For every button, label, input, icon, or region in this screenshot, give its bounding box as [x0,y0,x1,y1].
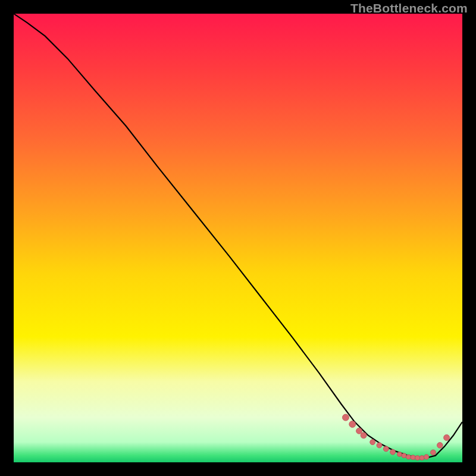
marker-dot [444,435,450,441]
marker-dot [437,443,443,449]
marker-dot [370,440,375,445]
watermark-text: TheBottleneck.com [350,1,468,15]
chart-stage: TheBottleneck.com [0,0,476,476]
marker-dot [411,455,415,460]
marker-dot [383,446,389,452]
marker-dot [424,455,428,459]
marker-dot [390,449,396,455]
marker-dot [377,443,382,448]
marker-dot [419,455,424,460]
marker-dot [356,428,362,434]
marker-dot [406,455,411,459]
marker-dot [430,450,436,455]
marker-dot [342,414,349,421]
marker-dot [361,433,367,439]
chart-plot [14,14,462,462]
marker-dot [349,421,356,427]
marker-dot [415,455,420,460]
chart-background [14,14,462,462]
marker-dot [397,452,402,456]
marker-dot [402,453,406,458]
